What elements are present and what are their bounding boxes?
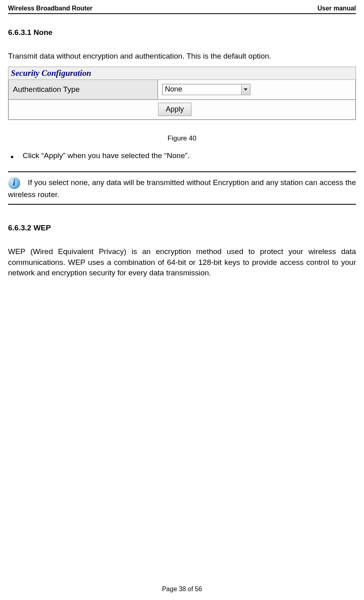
bullet-text: Click “Apply” when you have selected the… xyxy=(22,151,189,160)
chevron-down-icon xyxy=(244,88,248,91)
header-right: User manual xyxy=(317,5,356,12)
bullet-icon: ● xyxy=(10,153,14,160)
dropdown-toggle-button[interactable] xyxy=(241,84,250,95)
bullet-item: ● Click “Apply” when you have selected t… xyxy=(10,151,356,160)
divider-bottom xyxy=(8,204,356,205)
security-config-figure: Security Configuration Authentication Ty… xyxy=(8,67,356,120)
section-wep-body: WEP (Wired Equivalent Privacy) is an enc… xyxy=(8,246,356,279)
auth-type-selected: None xyxy=(163,85,241,94)
auth-type-dropdown[interactable]: None xyxy=(162,84,250,95)
page-footer: Page 38 of 56 xyxy=(8,586,356,595)
section-heading-none: 6.6.3.1 None xyxy=(8,28,356,37)
section-heading-wep: 6.6.3.2 WEP xyxy=(8,224,356,232)
divider-top xyxy=(8,171,356,172)
info-icon: i xyxy=(8,177,20,189)
info-note-text: If you select none, any data will be tra… xyxy=(8,178,356,199)
info-note-block: i If you select none, any data will be t… xyxy=(8,177,356,200)
apply-button[interactable]: Apply xyxy=(158,103,191,116)
auth-type-label: Authentication Type xyxy=(8,79,158,100)
page-header: Wireless Broadband Router User manual xyxy=(8,5,356,14)
header-left: Wireless Broadband Router xyxy=(8,5,93,12)
section-none-intro: Transmit data without encryption and aut… xyxy=(8,51,356,62)
auth-type-cell: None xyxy=(158,79,356,100)
security-config-title: Security Configuration xyxy=(8,67,356,79)
figure-caption: Figure 40 xyxy=(8,134,356,142)
